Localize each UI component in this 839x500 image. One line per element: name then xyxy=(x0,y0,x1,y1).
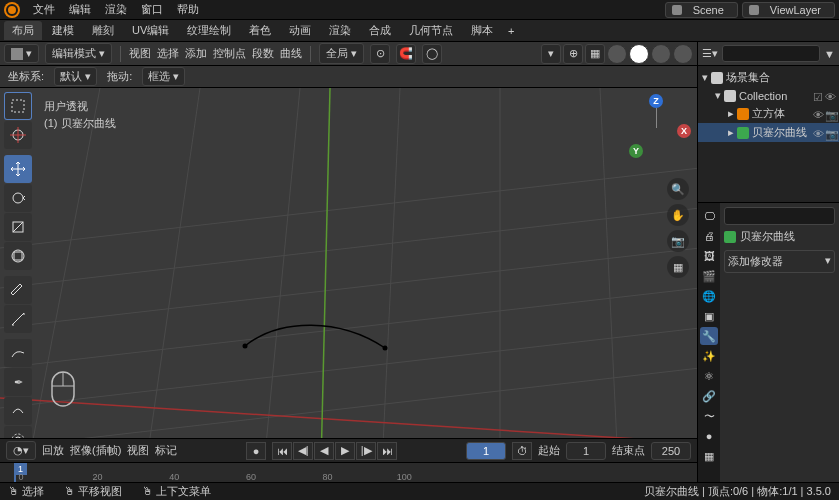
menu-window[interactable]: 窗口 xyxy=(134,2,170,17)
tool-draw[interactable] xyxy=(4,339,32,367)
timeline-ruler[interactable]: 1 0 20 40 60 80 100 xyxy=(0,462,697,482)
proptab-constraints[interactable]: 🔗 xyxy=(700,387,718,405)
menu-help[interactable]: 帮助 xyxy=(170,2,206,17)
gizmo-visibility[interactable]: ▾ xyxy=(541,44,561,64)
proptab-data[interactable]: 〜 xyxy=(700,407,718,425)
tree-bezier[interactable]: ▸贝塞尔曲线👁📷 xyxy=(698,123,839,142)
tab-layout[interactable]: 布局 xyxy=(4,21,42,40)
outliner-search[interactable] xyxy=(722,45,820,62)
start-frame[interactable]: 1 xyxy=(566,442,606,460)
keyframe-prev[interactable]: ◀| xyxy=(293,442,313,460)
ortho-icon[interactable]: ▦ xyxy=(667,256,689,278)
proptab-object[interactable]: ▣ xyxy=(700,307,718,325)
timeline-keying[interactable]: 抠像(插帧) xyxy=(70,443,121,458)
gizmo-x-axis[interactable]: X xyxy=(677,124,691,138)
tree-scene-collection[interactable]: ▾场景集合 xyxy=(698,68,839,87)
current-frame[interactable]: 1 xyxy=(466,442,506,460)
tree-cube[interactable]: ▸立方体👁📷 xyxy=(698,104,839,123)
tool-annotate[interactable] xyxy=(4,276,32,304)
tool-cursor[interactable] xyxy=(4,121,32,149)
tab-geonodes[interactable]: 几何节点 xyxy=(401,21,461,40)
tool-rotate[interactable] xyxy=(4,184,32,212)
overlay-visibility[interactable]: ⊕ xyxy=(563,44,583,64)
shading-matprev[interactable] xyxy=(651,44,671,64)
tab-uv[interactable]: UV编辑 xyxy=(124,21,177,40)
shading-wireframe[interactable] xyxy=(607,44,627,64)
timeline-editor-type[interactable]: ◔▾ xyxy=(6,441,36,460)
shading-rendered[interactable] xyxy=(673,44,693,64)
tool-radius[interactable] xyxy=(4,426,32,438)
tool-measure[interactable] xyxy=(4,305,32,333)
zoom-icon[interactable]: 🔍 xyxy=(667,178,689,200)
menu-file[interactable]: 文件 xyxy=(26,2,62,17)
tool-transform[interactable] xyxy=(4,242,32,270)
jump-end[interactable]: ⏭ xyxy=(377,442,397,460)
tab-sculpting[interactable]: 雕刻 xyxy=(84,21,122,40)
proptab-viewlayer[interactable]: 🖼 xyxy=(700,247,718,265)
jump-start[interactable]: ⏮ xyxy=(272,442,292,460)
proptab-particles[interactable]: ✨ xyxy=(700,347,718,365)
proptab-world[interactable]: 🌐 xyxy=(700,287,718,305)
tab-shading[interactable]: 着色 xyxy=(241,21,279,40)
xray-toggle[interactable]: ▦ xyxy=(585,44,605,64)
editor-type-dropdown[interactable]: ▾ xyxy=(4,44,39,63)
menu-edit[interactable]: 编辑 xyxy=(62,2,98,17)
play-reverse[interactable]: ◀ xyxy=(314,442,334,460)
orientation-gizmo[interactable]: Z Y X xyxy=(621,94,691,164)
shading-solid[interactable] xyxy=(629,44,649,64)
end-frame[interactable]: 250 xyxy=(651,442,691,460)
coord-preset[interactable]: 默认 ▾ xyxy=(54,67,97,86)
mode-dropdown[interactable]: 编辑模式 ▾ xyxy=(45,43,112,64)
vp-menu-controlpoint[interactable]: 控制点 xyxy=(213,46,246,61)
tool-move[interactable] xyxy=(4,155,32,183)
proptab-material[interactable]: ● xyxy=(700,427,718,445)
outliner-filter-icon[interactable]: ▼ xyxy=(824,48,835,60)
scene-selector[interactable]: Scene xyxy=(665,2,738,18)
proptab-physics[interactable]: ⚛ xyxy=(700,367,718,385)
tree-collection[interactable]: ▾Collection☑👁 xyxy=(698,87,839,104)
vp-menu-select[interactable]: 选择 xyxy=(157,46,179,61)
tool-tilt[interactable] xyxy=(4,397,32,425)
add-workspace-button[interactable]: + xyxy=(503,23,519,39)
tab-scripting[interactable]: 脚本 xyxy=(463,21,501,40)
pan-icon[interactable]: ✋ xyxy=(667,204,689,226)
camera-icon[interactable]: 📷 xyxy=(667,230,689,252)
keyframe-next[interactable]: |▶ xyxy=(356,442,376,460)
proportional-toggle[interactable]: ◯ xyxy=(422,44,442,64)
timeline-view[interactable]: 视图 xyxy=(127,443,149,458)
proptab-modifier[interactable]: 🔧 xyxy=(700,327,718,345)
properties-search[interactable] xyxy=(724,207,835,225)
vp-menu-add[interactable]: 添加 xyxy=(185,46,207,61)
transform-orientation[interactable]: 全局 ▾ xyxy=(319,43,364,64)
3d-viewport[interactable]: ✒ ✦ 用户透视 (1) 贝塞尔曲线 Z Y X 🔍 xyxy=(0,88,697,438)
tool-select-box[interactable] xyxy=(4,92,32,120)
timeline-playback[interactable]: 回放 xyxy=(42,443,64,458)
play-forward[interactable]: ▶ xyxy=(335,442,355,460)
menu-render[interactable]: 渲染 xyxy=(98,2,134,17)
playhead[interactable]: 1 xyxy=(14,463,16,482)
snap-toggle[interactable]: 🧲 xyxy=(396,44,416,64)
vp-menu-view[interactable]: 视图 xyxy=(129,46,151,61)
gizmo-y-axis[interactable]: Y xyxy=(629,144,643,158)
autokey-toggle[interactable]: ● xyxy=(246,442,266,460)
proptab-render[interactable]: 🖵 xyxy=(700,207,718,225)
tab-rendering[interactable]: 渲染 xyxy=(321,21,359,40)
frame-lock-icon[interactable]: ⏱ xyxy=(512,442,532,460)
vp-menu-segment[interactable]: 段数 xyxy=(252,46,274,61)
vp-menu-curve[interactable]: 曲线 xyxy=(280,46,302,61)
tab-modeling[interactable]: 建模 xyxy=(44,21,82,40)
pivot-dropdown[interactable]: ⊙ xyxy=(370,44,390,64)
tab-animation[interactable]: 动画 xyxy=(281,21,319,40)
proptab-scene[interactable]: 🎬 xyxy=(700,267,718,285)
tab-compositing[interactable]: 合成 xyxy=(361,21,399,40)
viewlayer-selector[interactable]: ViewLayer xyxy=(742,2,835,18)
proptab-texture[interactable]: ▦ xyxy=(700,447,718,465)
tool-scale[interactable] xyxy=(4,213,32,241)
tab-texpaint[interactable]: 纹理绘制 xyxy=(179,21,239,40)
add-modifier-dropdown[interactable]: 添加修改器▾ xyxy=(724,250,835,273)
gizmo-z-axis[interactable]: Z xyxy=(649,94,663,108)
proptab-output[interactable]: 🖨 xyxy=(700,227,718,245)
tool-pen[interactable]: ✒ xyxy=(4,368,32,396)
outliner-type-icon[interactable]: ☰▾ xyxy=(702,47,718,60)
drag-mode[interactable]: 框选 ▾ xyxy=(142,67,185,86)
